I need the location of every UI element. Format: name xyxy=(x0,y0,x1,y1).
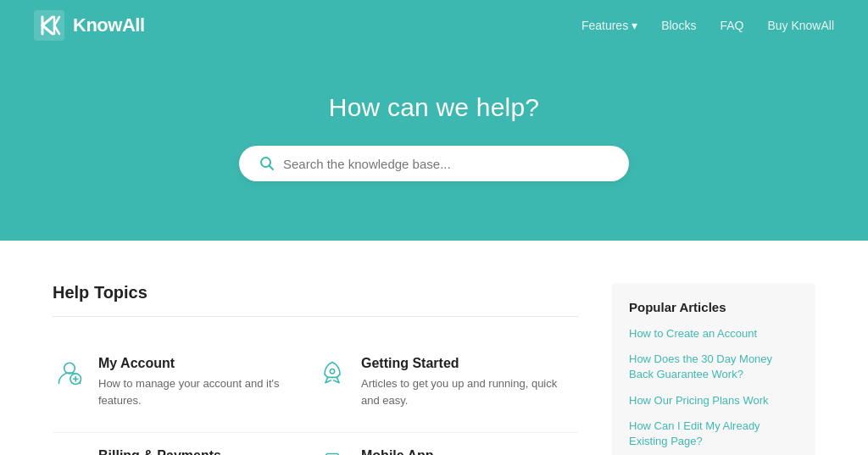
nav-features[interactable]: Features ▾ xyxy=(581,19,637,32)
mobile-text: Mobile App Documentation and troubleshoo… xyxy=(361,448,570,455)
mobile-name: Mobile App xyxy=(361,448,570,455)
logo-icon xyxy=(34,10,64,41)
popular-articles-section: Popular Articles How to Create an Accoun… xyxy=(612,283,815,455)
svg-point-9 xyxy=(64,363,75,374)
nav-buy-label: Buy KnowAll xyxy=(767,19,834,32)
navigation: KnowAll Features ▾ Blocks FAQ Buy KnowAl… xyxy=(0,0,868,51)
main-content: Help Topics My Account How to manage you… xyxy=(27,241,841,455)
help-topics-title: Help Topics xyxy=(53,283,578,302)
topic-mobile[interactable]: Mobile App Documentation and troubleshoo… xyxy=(315,433,578,455)
account-name: My Account xyxy=(98,356,290,371)
svg-line-8 xyxy=(270,166,274,170)
nav-faq-label: FAQ xyxy=(720,19,743,32)
article-link-2[interactable]: How Our Pricing Plans Work xyxy=(629,393,798,408)
nav-links: Features ▾ Blocks FAQ Buy KnowAll xyxy=(581,19,834,32)
search-input[interactable] xyxy=(283,157,609,171)
hero-title: How can we help? xyxy=(17,93,851,122)
svg-rect-0 xyxy=(34,10,64,41)
mobile-icon xyxy=(315,448,349,455)
billing-icon xyxy=(53,448,86,455)
account-text: My Account How to manage your account an… xyxy=(98,356,290,408)
chevron-down-icon: ▾ xyxy=(632,19,637,32)
help-topics-section: Help Topics My Account How to manage you… xyxy=(53,283,578,455)
rocket-icon xyxy=(315,356,349,390)
nav-faq[interactable]: FAQ xyxy=(720,19,743,32)
account-desc: How to manage your account and it's feat… xyxy=(98,375,290,408)
billing-text: Billing & Payments Information about how… xyxy=(98,448,290,455)
logo[interactable]: KnowAll xyxy=(34,10,145,41)
topic-my-account[interactable]: My Account How to manage your account an… xyxy=(53,341,315,433)
getting-started-text: Getting Started Articles to get you up a… xyxy=(361,356,570,408)
topic-billing[interactable]: Billing & Payments Information about how… xyxy=(53,433,315,455)
getting-started-name: Getting Started xyxy=(361,356,570,371)
article-link-0[interactable]: How to Create an Account xyxy=(629,326,798,341)
popular-articles-title: Popular Articles xyxy=(629,300,798,314)
account-icon xyxy=(53,356,86,390)
nav-buy[interactable]: Buy KnowAll xyxy=(767,19,834,32)
billing-name: Billing & Payments xyxy=(98,448,290,455)
logo-text: KnowAll xyxy=(73,14,145,36)
article-link-3[interactable]: How Can I Edit My Already Existing Page? xyxy=(629,419,798,449)
nav-features-label: Features xyxy=(581,19,628,32)
article-link-1[interactable]: How Does the 30 Day Money Back Guarantee… xyxy=(629,352,798,382)
nav-blocks[interactable]: Blocks xyxy=(661,19,696,32)
topics-grid: My Account How to manage your account an… xyxy=(53,341,578,455)
svg-point-11 xyxy=(330,369,334,374)
nav-blocks-label: Blocks xyxy=(661,19,696,32)
search-bar xyxy=(239,146,629,181)
getting-started-desc: Articles to get you up and running, quic… xyxy=(361,375,570,408)
search-icon xyxy=(259,156,275,171)
topic-getting-started[interactable]: Getting Started Articles to get you up a… xyxy=(315,341,578,433)
hero-section: How can we help? xyxy=(0,51,868,241)
articles-box: Popular Articles How to Create an Accoun… xyxy=(612,283,815,455)
section-divider xyxy=(53,316,578,317)
